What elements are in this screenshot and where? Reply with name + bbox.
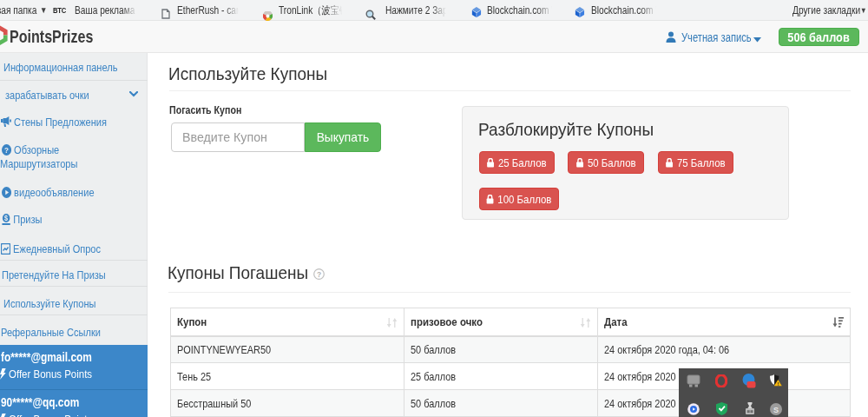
svg-text:!: ! [777, 381, 779, 387]
svg-text:?: ? [317, 270, 321, 279]
svg-text:?: ? [4, 145, 9, 155]
svg-text:$: $ [4, 215, 9, 223]
svg-text:S: S [773, 406, 779, 414]
